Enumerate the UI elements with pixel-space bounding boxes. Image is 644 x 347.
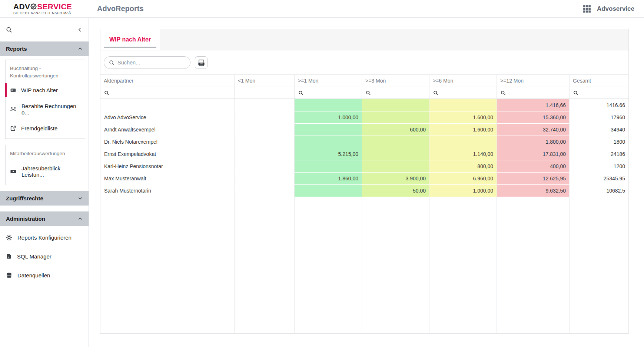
sidebar-item-bezahlte-rechnungen-o[interactable]: Bezahlte Rechnungen o... xyxy=(6,98,85,120)
cell-3-mon xyxy=(362,160,429,173)
column-header-gesamt[interactable]: Gesamt xyxy=(570,75,628,87)
cell-3-mon xyxy=(362,111,429,124)
section-administration[interactable]: Administration xyxy=(0,211,89,226)
database-icon xyxy=(6,272,12,278)
sidebar-item-fremdgeldliste[interactable]: Fremdgeldliste xyxy=(6,120,85,136)
table-row[interactable]: Sarah Musternotarin50,001.000,009.632,50… xyxy=(100,185,628,197)
empty-column-3-mon xyxy=(362,197,429,333)
gear-icon xyxy=(6,234,12,241)
magnifier-small-icon xyxy=(501,90,506,96)
filter-cell-12-mon[interactable] xyxy=(497,87,570,99)
cell-1-mon: 1.860,00 xyxy=(295,173,362,185)
sidebar-item-label: Fremdgeldliste xyxy=(21,125,57,131)
report-groups: Buchhaltung - KontrollauswertungenWIP na… xyxy=(0,56,89,191)
table-row[interactable]: Ernst Exempeladvokat5.215,001.140,0017.8… xyxy=(100,148,628,160)
sidebar-item-reports-konfigurieren[interactable]: Reports Konfigurieren xyxy=(0,228,89,247)
report-group: MitarbeiterauswertungenJahresüberblick L… xyxy=(5,145,85,185)
wip-table: Aktenpartner<1 Mon>=1 Mon>=3 Mon>=6 Mon>… xyxy=(100,74,628,333)
external-link-icon xyxy=(10,125,16,131)
search-box xyxy=(104,56,190,69)
cell-aktenpartner: Sarah Musternotarin xyxy=(100,185,235,197)
sidebar-item-label: Bezahlte Rechnungen o... xyxy=(21,103,80,116)
filter-cell-6-mon[interactable] xyxy=(429,87,497,99)
table-row[interactable]: Karl-Heinz Pensionsnotar800,00400,001200 xyxy=(100,160,628,173)
chevron-up-icon xyxy=(78,46,83,51)
cell-1-mon xyxy=(295,185,362,197)
cell-6-mon xyxy=(429,136,497,148)
cell-6-mon: 6.960,00 xyxy=(429,173,497,185)
cell-1-mon: 1.000,00 xyxy=(295,111,362,124)
admin-items: Reports KonfigurierenSQL ManagerDatenque… xyxy=(0,226,89,285)
table-row[interactable]: Advo AdvoService1.000,001.600,0015.360,0… xyxy=(100,111,628,124)
filter-cell-aktenpartner[interactable] xyxy=(100,87,235,99)
column-header-12-mon[interactable]: >=12 Mon xyxy=(497,75,570,87)
cell-gesamt: 1416.66 xyxy=(570,99,628,111)
table-filter-row xyxy=(100,87,628,99)
collapse-sidebar-icon[interactable] xyxy=(77,27,83,32)
cell-aktenpartner xyxy=(100,99,235,111)
cell-1-mon xyxy=(235,99,295,111)
sidebar-item-jahresüberblick-leistun[interactable]: Jahresüberblick Leistun... xyxy=(6,160,85,183)
top-bar: ADVSERVICE SO GEHT KANZLEI-IT NACH MAß A… xyxy=(0,0,644,18)
cell-12-mon: 32.740,00 xyxy=(497,124,570,136)
cell-12-mon: 1.416,66 xyxy=(497,99,570,111)
column-header-1-mon[interactable]: >=1 Mon xyxy=(295,75,362,87)
tab-wip-nach-alter[interactable]: WIP nach Alter xyxy=(100,29,160,50)
svg-text:xlsx: xlsx xyxy=(200,62,203,64)
sql-file-icon xyxy=(6,253,12,259)
magnifier-small-icon xyxy=(433,90,438,96)
cell-aktenpartner: Karl-Heinz Pensionsnotar xyxy=(100,160,235,173)
toolbar: xlsx xyxy=(100,50,628,74)
apps-grid-icon[interactable] xyxy=(583,5,591,13)
column-header-6-mon[interactable]: >=6 Mon xyxy=(429,75,497,87)
magnifier-small-icon xyxy=(366,90,371,96)
report-group-title: Buchhaltung - Kontrollauswertungen xyxy=(6,63,85,82)
sidebar-item-label: SQL Manager xyxy=(17,253,52,260)
cell-12-mon: 400,00 xyxy=(497,160,570,173)
chevron-down-icon xyxy=(78,196,83,201)
empty-column-1-mon xyxy=(235,197,295,333)
cell-3-mon: 3.900,00 xyxy=(362,173,429,185)
cell-1-mon: 5.215,00 xyxy=(295,148,362,160)
cell-aktenpartner: Advo AdvoService xyxy=(100,111,235,124)
search-input[interactable] xyxy=(117,60,187,66)
cell-1-mon xyxy=(295,136,362,148)
table-row[interactable]: Arndt Anwaltsexempel600,001.600,0032.740… xyxy=(100,124,628,136)
section-zugriffsrechte[interactable]: Zugriffsrechte xyxy=(0,191,89,206)
tab-label: WIP nach Alter xyxy=(109,36,151,43)
cell-1-mon xyxy=(295,160,362,173)
workspace-menu[interactable]: Advoservice xyxy=(597,5,634,13)
sidebar-item-sql-manager[interactable]: SQL Manager xyxy=(0,247,89,266)
logo-text-advo: ADV xyxy=(13,3,30,10)
section-reports[interactable]: Reports xyxy=(0,41,89,56)
filter-cell-3-mon[interactable] xyxy=(362,87,429,99)
cell-3-mon xyxy=(362,99,429,111)
cell-gesamt: 17960 xyxy=(570,111,628,124)
cell-3-mon xyxy=(362,148,429,160)
sidebar-item-wip-nach-alter[interactable]: WIP nach Alter xyxy=(6,82,85,98)
sidebar-item-label: Jahresüberblick Leistun... xyxy=(21,165,80,178)
report-card: WIP nach Alter xlsx Aktenpartner<1 Mon>=… xyxy=(100,29,629,334)
column-header-aktenpartner[interactable]: Aktenpartner xyxy=(100,75,235,87)
cell-1-mon xyxy=(235,160,295,173)
main-content: WIP nach Alter xlsx Aktenpartner<1 Mon>=… xyxy=(89,18,644,347)
search-icon[interactable] xyxy=(6,27,12,33)
cell-aktenpartner: Dr. Niels Notarexempel xyxy=(100,136,235,148)
cell-aktenpartner: Arndt Anwaltsexempel xyxy=(100,124,235,136)
filter-cell-gesamt[interactable] xyxy=(570,87,628,99)
logo: ADVSERVICE SO GEHT KANZLEI-IT NACH MAß xyxy=(0,3,89,15)
sidebar-item-datenquellen[interactable]: Datenquellen xyxy=(0,266,89,285)
empty-column-12-mon xyxy=(497,197,570,333)
export-xlsx-button[interactable]: xlsx xyxy=(195,56,208,69)
column-header-1-mon[interactable]: <1 Mon xyxy=(235,75,295,87)
table-row[interactable]: 1.416,661416.66 xyxy=(100,99,628,111)
cell-gesamt: 34940 xyxy=(570,124,628,136)
cell-gesamt: 1800 xyxy=(570,136,628,148)
column-header-3-mon[interactable]: >=3 Mon xyxy=(362,75,429,87)
table-row[interactable]: Max Musteranwalt1.860,003.900,006.960,00… xyxy=(100,173,628,185)
chevron-up-icon xyxy=(78,216,83,221)
filter-cell-1-mon[interactable] xyxy=(295,87,362,99)
table-row[interactable]: Dr. Niels Notarexempel1.800,001800 xyxy=(100,136,628,148)
cell-1-mon xyxy=(235,148,295,160)
cell-6-mon: 1.000,00 xyxy=(429,185,497,197)
